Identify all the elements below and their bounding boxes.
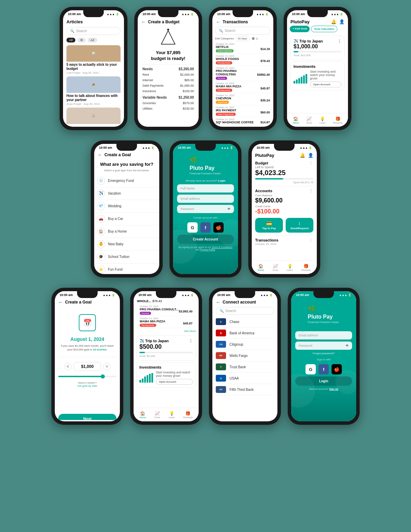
create-with-label: Create account with (194, 216, 218, 219)
connect-search[interactable]: 🔍 Search (216, 307, 274, 315)
profile-icon[interactable]: 👤 (308, 153, 313, 158)
goal-type-content: ← Create a Goal What are you saving for?… (94, 150, 159, 273)
goal-type-vacation[interactable]: ✈️ Vacation (94, 187, 159, 200)
signup-login-link[interactable]: Login (218, 179, 225, 182)
nav-grow-2[interactable]: 📈 Grow (154, 411, 160, 419)
citi-label: Citigroup (229, 343, 243, 346)
back-icon[interactable]: ← (58, 299, 63, 305)
bar-2 (296, 79, 298, 84)
login-password-input[interactable]: Password 👁 (295, 342, 352, 350)
google-signup-button[interactable]: G (187, 222, 198, 233)
article-card-3[interactable]: 🏠 Is home ownership right for (66, 108, 121, 125)
facebook-signup-button[interactable]: f (200, 222, 211, 233)
trans-header-row: WHOLE... $78.43 (136, 299, 196, 304)
fullname-input[interactable]: Full Name (177, 184, 234, 193)
filter-az[interactable]: AZ (88, 38, 97, 42)
nav-home[interactable]: 🏠 Home (258, 264, 264, 271)
see-more-link[interactable]: See More (136, 328, 196, 334)
increment-button[interactable]: > (103, 363, 111, 370)
nav-home[interactable]: 🏠 Home (292, 116, 299, 124)
goal-type-tuition[interactable]: 🎓 School Tuition (94, 251, 159, 263)
accounts-more-icon[interactable]: ··· (309, 189, 314, 193)
login-tagline: Financial Freedom Faster. (308, 321, 340, 324)
goal-slider[interactable] (58, 376, 116, 377)
goal-type-tuition-label: School Tuition (108, 255, 129, 259)
budget-progress-fill (255, 178, 283, 180)
open-account-button[interactable]: Open Account (310, 82, 341, 87)
add-goal-button[interactable]: + Add Goal (290, 26, 310, 32)
nav-learn[interactable]: 💡 Learn (320, 116, 326, 124)
email-input[interactable]: Email address (177, 195, 234, 203)
goal-calculator-button[interactable]: Goal Calculator (311, 26, 337, 32)
next-button[interactable]: Next (58, 414, 116, 420)
nav-home-2[interactable]: 🏠 Home (139, 411, 146, 419)
days-filter[interactable]: 30 days (235, 36, 250, 41)
goal-type-screen: 10:00 am ▲▲▲ 🔋 ← Create a Goal What are … (94, 144, 159, 274)
facebook-login-button[interactable]: f (319, 364, 329, 374)
nav-grow[interactable]: 📈 Grow (306, 116, 312, 124)
bank-trust[interactable]: T Trust Bank (216, 361, 274, 373)
whole-amount: $78.43 (152, 299, 162, 303)
nav-learn-2[interactable]: 💡 Learn (169, 411, 175, 419)
nav-rewards-2[interactable]: 🎁 Rewards (183, 411, 193, 419)
bank-bofa[interactable]: B Bank of America (216, 327, 274, 339)
forgot-password-link[interactable]: Forgot password? (313, 352, 335, 355)
article-card-1[interactable]: 📊 5 ways to actually stick to your budge… (66, 45, 121, 75)
sort-icon[interactable]: ↕ (256, 37, 258, 40)
article-title-3: Is home ownership right for (66, 124, 121, 125)
nav-rewards[interactable]: 🎁 Rewards (333, 116, 342, 124)
eye-icon-2[interactable]: 👁 (346, 344, 349, 347)
goal-type-wedding[interactable]: 💎 Wedding (94, 200, 159, 213)
profile-icon[interactable]: 👤 (339, 19, 345, 24)
decrement-button[interactable]: < (64, 363, 72, 370)
bank-wells[interactable]: WF Wells Fargo (216, 350, 274, 361)
filter-all[interactable]: All (66, 38, 75, 42)
phone-transactions: 10:00 am ▲▲▲ 🔋 ← Transactions 🔍 Search E… (209, 7, 277, 130)
nav-grow[interactable]: 📈 Grow (273, 264, 278, 271)
filter-icon[interactable]: ⚙ (77, 38, 86, 42)
goal-type-fun[interactable]: ⭐ Fun Fund (94, 263, 159, 273)
login-email-input[interactable]: Email address (295, 331, 352, 339)
goal-type-car-label: Buy a Car (108, 217, 123, 221)
bank-fifth[interactable]: 5/3 Fifth Third Bank (216, 384, 274, 395)
edit-categories-link[interactable]: Edit Categories (215, 37, 234, 40)
sign-up-link[interactable]: Sign Up (329, 388, 338, 390)
bell-icon[interactable]: 🔔 (300, 153, 305, 158)
mini-chart-2 (139, 373, 153, 383)
needs-header: Needs$3,265.00 (138, 65, 199, 72)
filter-icon[interactable]: ⚙ (252, 37, 255, 40)
eye-icon[interactable]: 👁 (227, 207, 231, 211)
goal-type-home[interactable]: 🏠 Buy a Home (94, 225, 159, 238)
search-icon-3: 🔍 (220, 309, 224, 313)
goal-type-emergency[interactable]: ❄️ Emergency Fund (94, 175, 159, 187)
status-icons: ▲▲▲ 🔋 (300, 146, 312, 149)
budget-more-icon[interactable]: ··· (309, 161, 314, 165)
tap-to-pay-button[interactable]: 💳 Tap to Pay (255, 218, 283, 233)
back-icon[interactable]: ← (216, 299, 221, 305)
back-icon[interactable]: ← (216, 19, 221, 25)
open-account-btn-2[interactable]: Open Account (156, 379, 193, 385)
goal-amount-input[interactable]: $1,000 (74, 362, 101, 371)
goal-type-car[interactable]: 🚗 Buy a Car (94, 213, 159, 225)
filter-row: All ⚙ AZ (63, 36, 124, 44)
more-options-icon[interactable]: ··· (337, 39, 342, 43)
back-icon[interactable]: ← (98, 152, 102, 158)
bank-citi[interactable]: Citi Citigroup (216, 339, 274, 350)
trans-more-icon[interactable]: ··· (309, 238, 314, 242)
nav-rewards[interactable]: 🎁 Rewards (301, 264, 311, 271)
budget-content: ← Create a Budget Your $7,895budget is r… (138, 16, 199, 125)
trans-search[interactable]: 🔍 Search (215, 27, 271, 35)
send-request-button[interactable]: ↕ Send/Request (286, 218, 313, 233)
article-card-2[interactable]: 💑 How to talk about finances with your p… (66, 76, 121, 106)
google-login-button[interactable]: G (306, 364, 316, 374)
set-date-link[interactable]: Set goal by date (77, 384, 97, 387)
back-icon[interactable]: ← (141, 19, 146, 25)
bank-chase[interactable]: C Chase (216, 316, 274, 327)
bank-usaa[interactable]: U USAA (216, 373, 274, 384)
goal-type-baby[interactable]: 👶 New Baby (94, 238, 159, 251)
password-input[interactable]: Password 👁 (177, 205, 234, 213)
search-bar[interactable]: 🔍 Search (66, 27, 121, 35)
bell-icon[interactable]: 🔔 (331, 19, 336, 24)
goal-more-icon[interactable]: ··· (188, 339, 193, 343)
nav-learn[interactable]: 💡 Learn (287, 264, 293, 271)
